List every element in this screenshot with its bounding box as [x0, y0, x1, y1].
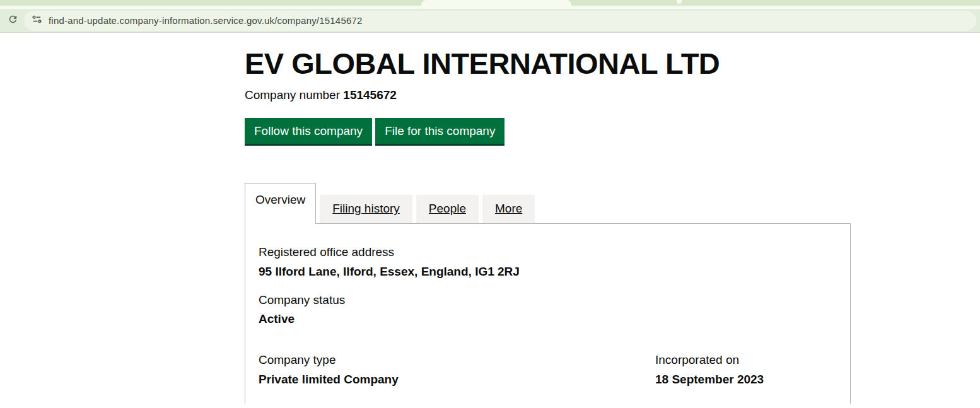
tab-filing-history-label[interactable]: Filing history: [320, 195, 412, 223]
browser-chrome: find-and-update.company-information.serv…: [0, 0, 980, 33]
tab-people-label[interactable]: People: [416, 195, 479, 223]
incorporated-label: Incorporated on: [655, 353, 837, 368]
tab-more[interactable]: More: [482, 195, 535, 223]
page-title: EV GLOBAL INTERNATIONAL LTD: [245, 48, 851, 79]
registered-office-label: Registered office address: [259, 245, 837, 260]
company-number-line: Company number 15145672: [245, 88, 851, 102]
follow-company-button[interactable]: Follow this company: [245, 118, 372, 144]
tab-overview-label[interactable]: Overview: [245, 183, 316, 224]
company-type-label: Company type: [259, 353, 655, 368]
incorporated-value: 18 September 2023: [655, 372, 837, 388]
company-status-label: Company status: [259, 293, 837, 308]
type-incorporated-row: Company type Private limited Company Inc…: [259, 353, 837, 387]
browser-active-tab[interactable]: [421, 0, 571, 6]
site-settings-tune-icon: [32, 15, 42, 26]
company-number-label: Company number: [245, 88, 340, 102]
main-content: EV GLOBAL INTERNATIONAL LTD Company numb…: [245, 33, 851, 404]
tab-strip: [0, 0, 980, 6]
file-company-button[interactable]: File for this company: [375, 118, 505, 144]
site-settings-button[interactable]: [28, 13, 45, 29]
action-buttons: Follow this company File for this compan…: [245, 118, 851, 144]
url-text[interactable]: find-and-update.company-information.serv…: [49, 15, 363, 26]
browser-tab-separator: [677, 0, 682, 4]
incorporated-field: Incorporated on 18 September 2023: [655, 353, 837, 387]
tab-more-label[interactable]: More: [482, 195, 535, 223]
company-tabs: Overview Filing history People More Regi…: [245, 183, 851, 404]
reload-button[interactable]: [3, 11, 22, 30]
reload-icon: [8, 14, 18, 27]
tab-overview[interactable]: Overview: [245, 183, 316, 224]
overview-panel: Registered office address 95 Ilford Lane…: [245, 223, 851, 404]
company-status-value: Active: [259, 312, 837, 327]
tab-filing-history[interactable]: Filing history: [320, 195, 412, 223]
url-bar[interactable]: find-and-update.company-information.serv…: [24, 11, 976, 31]
company-type-value: Private limited Company: [259, 372, 655, 388]
browser-toolbar: find-and-update.company-information.serv…: [0, 9, 980, 33]
registered-office-value: 95 Ilford Lane, Ilford, Essex, England, …: [259, 264, 837, 280]
company-type-field: Company type Private limited Company: [259, 353, 655, 387]
tab-list: Overview Filing history People More: [245, 183, 851, 223]
tab-people[interactable]: People: [416, 195, 479, 223]
company-number-value: 15145672: [343, 88, 397, 102]
